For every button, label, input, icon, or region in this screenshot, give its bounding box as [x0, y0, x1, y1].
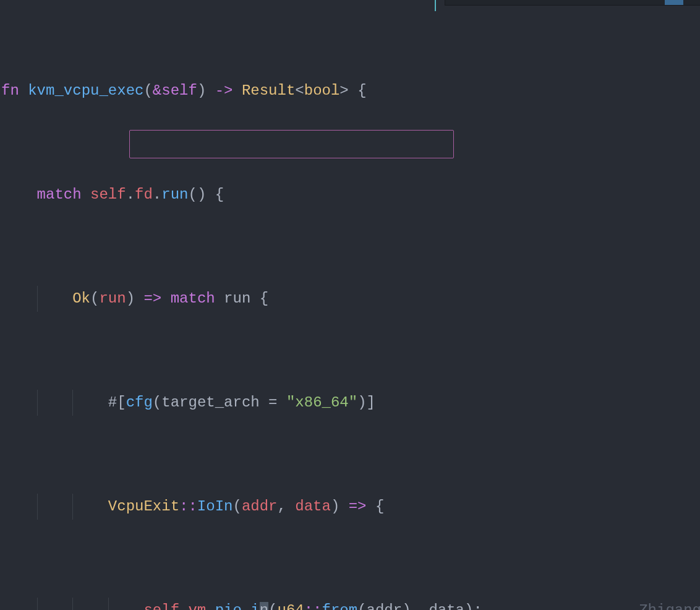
var-run: run [224, 290, 250, 307]
method-pio-in: pio_i [215, 602, 260, 610]
lparen: ( [143, 82, 152, 99]
var-run: run [99, 290, 126, 307]
enum-vcpuexit: VcpuExit [108, 498, 179, 515]
cursor-selection: n [260, 602, 268, 610]
space [19, 82, 28, 99]
fat-arrow: => [143, 290, 161, 307]
amp-self: &self [153, 82, 197, 99]
keyword-fn: fn [1, 82, 19, 99]
method-run: run [161, 186, 188, 203]
variant-ioin: IoIn [197, 498, 233, 515]
lbrace: { [357, 82, 366, 99]
fn-name: kvm_vcpu_exec [28, 82, 143, 99]
arrow: -> [215, 82, 233, 99]
code-line[interactable]: VcpuExit::IoIn(addr, data) => { [1, 494, 700, 520]
code-line[interactable]: fn kvm_vcpu_exec(&self) -> Result<bool> … [1, 78, 700, 104]
keyword-match: match [171, 290, 215, 307]
code-line[interactable]: self.vm.pio_in(u64::from(addr), data);Zh… [1, 598, 700, 610]
keyword-match: match [37, 186, 82, 203]
attr-key: target_arch [161, 394, 259, 411]
type-bool: bool [304, 82, 340, 99]
str-x86_64: "x86_64" [286, 394, 357, 411]
attr-cfg: cfg [126, 394, 153, 411]
field-fd: fd [135, 186, 153, 203]
git-blame-author[interactable]: Zhigang [639, 598, 700, 610]
variant-ok: Ok [72, 290, 90, 307]
code-line[interactable]: match self.fd.run() { [1, 182, 700, 208]
code-line[interactable]: Ok(run) => match run { [1, 286, 700, 312]
code-editor[interactable]: fn kvm_vcpu_exec(&self) -> Result<bool> … [0, 0, 700, 610]
code-line[interactable]: #[cfg(target_arch = "x86_64")] [1, 390, 700, 416]
rparen: ) [197, 82, 206, 99]
self: self [90, 186, 126, 203]
type-result: Result [242, 82, 295, 99]
